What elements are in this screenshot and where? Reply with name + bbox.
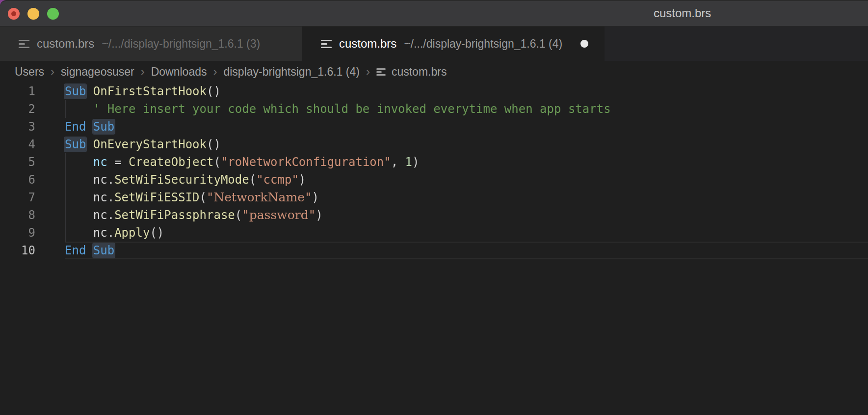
code-text: End Sub xyxy=(65,242,868,259)
line-number: 4 xyxy=(0,136,35,153)
code-text: ' Here insert your code which should be … xyxy=(65,100,868,118)
chevron-right-icon: › xyxy=(141,65,145,79)
line-number: 5 xyxy=(0,153,35,171)
file-icon xyxy=(376,68,386,76)
file-icon xyxy=(19,40,29,48)
code-text: nc = CreateObject("roNetworkConfiguratio… xyxy=(65,153,868,171)
code-text: Sub OnEveryStartHook() xyxy=(65,136,868,153)
window-titlebar: custom.brs xyxy=(0,1,868,27)
breadcrumb: Users›signageosuser›Downloads›display-br… xyxy=(0,61,868,83)
file-icon xyxy=(321,40,332,48)
indent-guide xyxy=(65,100,66,118)
code-text: nc.SetWiFiESSID("NetworkName") xyxy=(65,189,868,206)
breadcrumb-item[interactable]: signageosuser xyxy=(61,65,134,79)
maximize-button[interactable] xyxy=(47,8,59,20)
line-number: 7 xyxy=(0,189,35,206)
code-line[interactable]: 8 nc.SetWiFiPassphrase("password") xyxy=(0,206,868,224)
code-line[interactable]: 5 nc = CreateObject("roNetworkConfigurat… xyxy=(0,153,868,171)
tab-label: custom.brs xyxy=(339,37,396,51)
code-line[interactable]: 9 nc.Apply() xyxy=(0,224,868,242)
chevron-right-icon: › xyxy=(366,65,370,79)
indent-guide xyxy=(65,224,66,242)
breadcrumb-file[interactable]: custom.brs xyxy=(392,65,447,79)
code-text: nc.SetWiFiPassphrase("password") xyxy=(65,206,868,224)
indent-guide xyxy=(65,153,66,171)
indent-guide xyxy=(65,206,66,224)
code-text: nc.Apply() xyxy=(65,224,868,242)
line-number: 6 xyxy=(0,171,35,189)
tab-path: ~/.../display-brightsign_1.6.1 (4) xyxy=(404,37,562,51)
code-editor[interactable]: 1Sub OnFirstStartHook()2 ' Here insert y… xyxy=(0,83,868,259)
code-line[interactable]: 3End Sub xyxy=(0,118,868,136)
line-number: 8 xyxy=(0,206,35,224)
breadcrumb-item[interactable]: Users xyxy=(15,65,44,79)
code-line[interactable]: 4Sub OnEveryStartHook() xyxy=(0,136,868,153)
breadcrumb-item[interactable]: Downloads xyxy=(151,65,207,79)
code-text: Sub OnFirstStartHook() xyxy=(65,83,868,100)
chevron-right-icon: › xyxy=(213,65,217,79)
window-title: custom.brs xyxy=(654,1,711,27)
tab-path: ~/.../display-brightsign_1.6.1 (3) xyxy=(102,37,260,51)
code-line[interactable]: 1Sub OnFirstStartHook() xyxy=(0,83,868,100)
breadcrumb-item[interactable]: display-brightsign_1.6.1 (4) xyxy=(223,65,359,79)
line-number: 2 xyxy=(0,100,35,118)
traffic-lights xyxy=(0,8,59,20)
line-number: 9 xyxy=(0,224,35,242)
editor-window: custom.brs custom.brs ~/.../display-brig… xyxy=(0,0,868,415)
close-button[interactable] xyxy=(8,8,20,20)
tab-label: custom.brs xyxy=(37,37,94,51)
modified-indicator-icon[interactable] xyxy=(580,40,588,48)
code-text: nc.SetWiFiSecurityMode("ccmp") xyxy=(65,171,868,189)
unsaved-dot-icon xyxy=(11,11,16,16)
line-number: 1 xyxy=(0,83,35,100)
tab-custom-brs-4[interactable]: custom.brs ~/.../display-brightsign_1.6.… xyxy=(302,27,605,61)
code-text: End Sub xyxy=(65,118,868,136)
chevron-right-icon: › xyxy=(51,65,54,79)
tab-custom-brs-3[interactable]: custom.brs ~/.../display-brightsign_1.6.… xyxy=(0,27,302,61)
tab-bar: custom.brs ~/.../display-brightsign_1.6.… xyxy=(0,27,868,61)
code-line[interactable]: 6 nc.SetWiFiSecurityMode("ccmp") xyxy=(0,171,868,189)
indent-guide xyxy=(65,171,66,189)
code-line[interactable]: 2 ' Here insert your code which should b… xyxy=(0,100,868,118)
line-number: 10 xyxy=(0,242,35,259)
minimize-button[interactable] xyxy=(27,8,39,20)
code-line[interactable]: 7 nc.SetWiFiESSID("NetworkName") xyxy=(0,189,868,206)
indent-guide xyxy=(65,189,66,206)
line-number: 3 xyxy=(0,118,35,136)
code-line[interactable]: 10End Sub xyxy=(0,242,868,259)
